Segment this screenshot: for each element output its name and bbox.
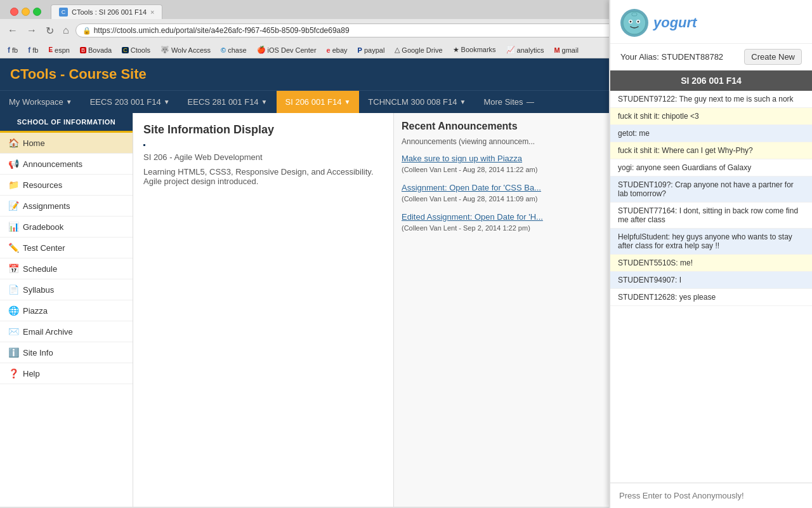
bookmark-bookmarks[interactable]: ★ Bookmarks bbox=[449, 44, 500, 55]
chat-message-7: HelpfulStudent: hey guys anyone who want… bbox=[610, 229, 812, 255]
announcement-meta-2: (Colleen Van Lent - Aug 28, 2014 11:09 a… bbox=[402, 195, 537, 203]
sidebar-item-home[interactable]: 🏠 Home bbox=[0, 133, 133, 154]
announcements-title: Recent Announcements bbox=[402, 121, 601, 132]
lock-icon: 🔒 bbox=[82, 27, 91, 35]
back-btn[interactable]: ← bbox=[5, 23, 20, 37]
my-workspace-arrow: ▼ bbox=[66, 98, 72, 105]
create-new-button[interactable]: Create New bbox=[744, 49, 802, 65]
bookmark-ctools[interactable]: C Ctools bbox=[118, 45, 154, 55]
chat-message-10: STUDENT12628: yes please bbox=[610, 289, 812, 306]
test-center-icon: ✏️ bbox=[8, 242, 19, 253]
alias-row: Your Alias: STUDENT88782 Create New bbox=[610, 44, 812, 70]
tab-favicon: C bbox=[59, 8, 68, 17]
announcement-item-3: Edited Assignment: Open Date for 'H... (… bbox=[402, 212, 601, 232]
yogurt-panel: yogurt Your Alias: STUDENT88782 Create N… bbox=[609, 0, 812, 508]
email-archive-icon: ✉️ bbox=[8, 326, 19, 337]
chat-message-8: STUDENT5510S: me! bbox=[610, 255, 812, 272]
svg-rect-5 bbox=[632, 13, 637, 16]
course-description: Learning HTML5, CSS3, Responsive Design,… bbox=[143, 167, 383, 186]
more-sites-arrow: ⸻ bbox=[526, 97, 534, 107]
assignments-icon: 📝 bbox=[8, 200, 19, 211]
yogurt-logo: yogurt bbox=[620, 9, 697, 37]
si206-arrow: ▼ bbox=[344, 98, 350, 105]
sidebar-item-syllabus[interactable]: 📄 Syllabus bbox=[0, 279, 133, 300]
schedule-icon: 📅 bbox=[8, 263, 19, 274]
announcement-link-1[interactable]: Make sure to sign up with Piazza bbox=[402, 154, 601, 163]
bookmark-wolv[interactable]: 🐺 Wolv Access bbox=[157, 44, 214, 55]
bookmark-bovada[interactable]: B Bovada bbox=[76, 45, 115, 55]
close-window-btn[interactable] bbox=[10, 8, 18, 16]
yogurt-header: yogurt bbox=[610, 0, 812, 44]
content-area: SCHOOL OF INFORMATION 🏠 Home 📢 Announcem… bbox=[0, 113, 609, 507]
yogurt-brand-name: yogurt bbox=[653, 15, 697, 31]
help-icon: ❓ bbox=[8, 368, 19, 379]
browser-tab[interactable]: C CTools : SI 206 001 F14 × bbox=[51, 4, 162, 19]
sidebar-item-site-info[interactable]: ℹ️ Site Info bbox=[0, 342, 133, 363]
bookmark-ios[interactable]: 🍎 iOS Dev Center bbox=[253, 44, 320, 55]
minimize-window-btn[interactable] bbox=[22, 8, 30, 16]
main-content: Site Information Display SI 206 - Agile … bbox=[133, 113, 393, 507]
site-info-icon: ℹ️ bbox=[8, 347, 19, 358]
nav-si206[interactable]: SI 206 001 F14 ▼ bbox=[277, 91, 360, 113]
chat-message-5: STUDENT109?: Crap anyone not have a part… bbox=[610, 177, 812, 203]
address-text: https://ctools.umich.edu/portal/site/a4e… bbox=[94, 26, 350, 35]
forward-btn[interactable]: → bbox=[24, 23, 39, 37]
sidebar-school-label: SCHOOL OF INFORMATION bbox=[0, 113, 133, 133]
announcement-item-1: Make sure to sign up with Piazza (Collee… bbox=[402, 154, 601, 174]
sidebar: SCHOOL OF INFORMATION 🏠 Home 📢 Announcem… bbox=[0, 113, 133, 507]
bookmark-analytics[interactable]: 📈 analytics bbox=[502, 44, 548, 55]
main-section-title: Site Information Display bbox=[143, 123, 383, 137]
announcement-meta-3: (Colleen Van Lent - Sep 2, 2014 1:22 pm) bbox=[402, 224, 530, 232]
syllabus-icon: 📄 bbox=[8, 284, 19, 295]
announcements-subtitle: Announcements (viewing announcem... bbox=[402, 137, 601, 146]
maximize-window-btn[interactable] bbox=[33, 8, 41, 16]
course-nav: My Workspace ▼ EECS 203 001 F14 ▼ EECS 2… bbox=[0, 90, 609, 113]
eecs281-arrow: ▼ bbox=[261, 98, 268, 105]
nav-eecs203[interactable]: EECS 203 001 F14 ▼ bbox=[81, 91, 179, 113]
sidebar-item-announcements[interactable]: 📢 Announcements bbox=[0, 154, 133, 175]
bookmark-fb1[interactable]: f fb bbox=[4, 44, 22, 56]
sidebar-item-resources[interactable]: 📁 Resources bbox=[0, 175, 133, 196]
site-header: CTools - Course Site bbox=[0, 58, 609, 90]
announcement-link-2[interactable]: Assignment: Open Date for 'CSS Ba... bbox=[402, 183, 601, 192]
sidebar-item-gradebook[interactable]: 📊 Gradebook bbox=[0, 217, 133, 237]
announcement-link-3[interactable]: Edited Assignment: Open Date for 'H... bbox=[402, 212, 601, 222]
bookmark-ebay[interactable]: e ebay bbox=[323, 45, 351, 55]
sidebar-item-assignments[interactable]: 📝 Assignments bbox=[0, 196, 133, 217]
sidebar-item-test-center[interactable]: ✏️ Test Center bbox=[0, 237, 133, 258]
gradebook-icon: 📊 bbox=[8, 221, 19, 232]
chat-message-1: fuck it shit it: chipotle <3 bbox=[610, 108, 812, 125]
tab-title: CTools : SI 206 001 F14 bbox=[72, 8, 147, 16]
sidebar-item-email-archive[interactable]: ✉️ Email Archive bbox=[0, 321, 133, 342]
bookmark-fb2[interactable]: f fb bbox=[24, 44, 42, 56]
piazza-icon: 🌐 bbox=[8, 305, 19, 316]
bookmark-chase[interactable]: © chase bbox=[217, 45, 250, 55]
resources-icon: 📁 bbox=[8, 179, 19, 190]
tab-close-btn[interactable]: × bbox=[150, 8, 154, 16]
sidebar-item-help[interactable]: ❓ Help bbox=[0, 363, 133, 384]
chat-room-header: SI 206 001 F14 bbox=[610, 70, 812, 91]
course-name: SI 206 - Agile Web Development bbox=[143, 152, 383, 162]
home-btn[interactable]: ⌂ bbox=[60, 23, 72, 37]
announcements-icon: 📢 bbox=[8, 158, 19, 170]
nav-tchnclm[interactable]: TCHNCLM 300 008 F14 ▼ bbox=[359, 91, 475, 113]
alias-label: Your Alias: STUDENT88782 bbox=[620, 52, 723, 62]
bookmark-gmail[interactable]: M gmail bbox=[550, 45, 582, 55]
nav-my-workspace[interactable]: My Workspace ▼ bbox=[0, 91, 81, 113]
reload-btn[interactable]: ↻ bbox=[43, 23, 56, 38]
chat-message-2: getot: me bbox=[610, 125, 812, 142]
eecs203-arrow: ▼ bbox=[164, 98, 170, 105]
chat-input-field[interactable] bbox=[610, 483, 812, 508]
announcement-item-2: Assignment: Open Date for 'CSS Ba... (Co… bbox=[402, 183, 601, 203]
home-icon: 🏠 bbox=[8, 137, 19, 149]
svg-point-3 bbox=[630, 21, 632, 23]
nav-more-sites[interactable]: More Sites ⸻ bbox=[475, 91, 542, 113]
nav-eecs281[interactable]: EECS 281 001 F14 ▼ bbox=[179, 91, 277, 113]
bookmark-espn[interactable]: E espn bbox=[44, 45, 74, 55]
svg-point-4 bbox=[638, 21, 639, 23]
sidebar-item-piazza[interactable]: 🌐 Piazza bbox=[0, 300, 133, 321]
bookmark-gdrive[interactable]: △ Google Drive bbox=[391, 44, 446, 55]
chat-message-9: STUDENT94907: I bbox=[610, 272, 812, 289]
sidebar-item-schedule[interactable]: 📅 Schedule bbox=[0, 258, 133, 279]
bookmark-paypal[interactable]: P paypal bbox=[354, 45, 389, 55]
